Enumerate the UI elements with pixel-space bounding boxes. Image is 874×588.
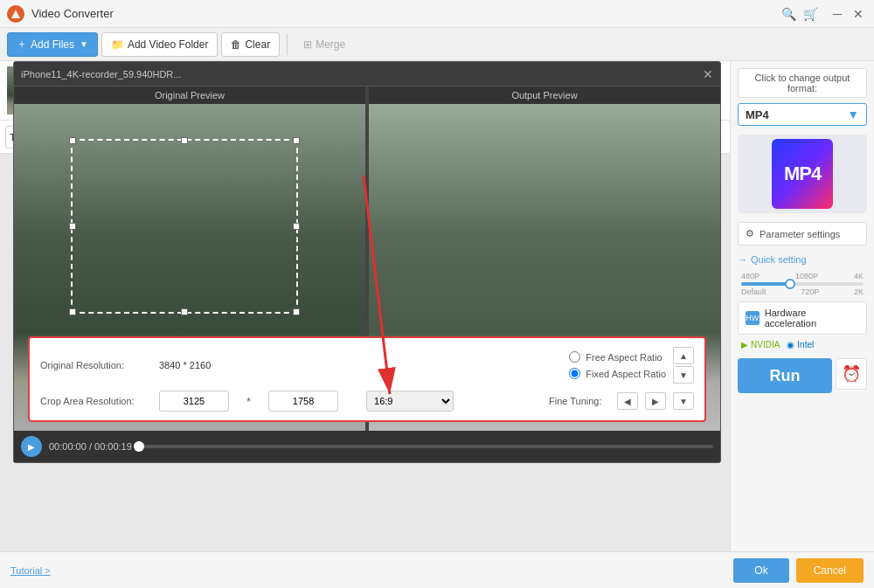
aspect-select-wrapper: 16:9 4:3 1:1 xyxy=(366,391,454,412)
quality-labels-top: 480P 1080P 4K xyxy=(741,272,864,280)
free-aspect-label: Free Aspect Ratio xyxy=(586,352,662,363)
fine-tune-right-button[interactable]: ▶ xyxy=(645,392,666,410)
hw-acceleration-label: Hardware acceleration xyxy=(765,308,859,329)
crop-handle-br[interactable] xyxy=(293,308,300,315)
minimize-button[interactable]: ─ xyxy=(829,5,846,23)
merge-area: ⊞ Merge xyxy=(295,32,354,57)
output-preview-label: Output Preview xyxy=(369,86,720,104)
original-resolution-value: 3840 * 2160 xyxy=(159,360,211,370)
crop-width-input[interactable]: 3125 xyxy=(159,391,229,412)
tutorial-link[interactable]: Tutorial > xyxy=(10,565,51,576)
nvidia-label: NVIDIA xyxy=(751,340,780,349)
quality-480p: 480P xyxy=(741,272,760,280)
fixed-aspect-label: Fixed Aspect Ratio xyxy=(586,369,666,379)
output-format-click-label[interactable]: Click to change output format: xyxy=(738,68,867,98)
original-preview-label: Original Preview xyxy=(14,86,365,104)
crop-handle-bl[interactable] xyxy=(69,308,76,315)
fixed-aspect-radio[interactable] xyxy=(569,368,580,379)
editor-window: iPhone11_4K-recorder_59.940HDR... ✕ Orig… xyxy=(13,61,721,463)
format-name: MP4 xyxy=(746,108,769,121)
folder-icon: 📁 xyxy=(111,38,124,51)
time-total: 00:00:19 xyxy=(94,441,132,452)
merge-label: Merge xyxy=(316,38,345,51)
quality-fill xyxy=(741,282,790,286)
editor-title: iPhone11_4K-recorder_59.940HDR... xyxy=(21,69,703,80)
search-icon[interactable]: 🔍 xyxy=(781,7,796,21)
quick-setting-text: Quick setting xyxy=(751,254,807,265)
run-alarm-button[interactable]: ⏰ xyxy=(836,358,867,390)
crop-resolution-row: Original Resolution: 3840 * 2160 Free As… xyxy=(40,347,694,384)
fine-tune-left-button[interactable]: ◀ xyxy=(617,392,638,410)
quality-1080p: 1080P xyxy=(795,272,818,280)
bottom-bar: Tutorial > Ok Cancel xyxy=(0,551,730,588)
editor-close-button[interactable]: ✕ xyxy=(703,67,713,81)
gpu-labels: ▶ NVIDIA ◉ Intel xyxy=(738,340,867,349)
format-selector[interactable]: MP4 ▼ xyxy=(738,103,867,126)
fine-tuning-label: Fine Tuning: xyxy=(549,396,610,406)
title-bar-icons: 🔍 🛒 xyxy=(781,7,818,21)
app-title: Video Converter xyxy=(31,7,781,20)
resolution-down-button[interactable]: ▼ xyxy=(673,366,694,384)
hardware-acceleration-button[interactable]: HW Hardware acceleration xyxy=(738,301,867,335)
crop-area-label: Crop Area Resolution: xyxy=(40,396,145,406)
quality-4k: 4K xyxy=(854,272,864,280)
main-area: Source: iPhone11_4K-recorder_59.940HDR10… xyxy=(0,61,874,588)
clear-button[interactable]: 🗑 Clear xyxy=(221,32,280,57)
crop-height-input[interactable]: 1758 xyxy=(268,391,338,412)
editor-titlebar: iPhone11_4K-recorder_59.940HDR... ✕ xyxy=(14,62,720,86)
quality-slider[interactable] xyxy=(741,282,864,286)
crop-separator: * xyxy=(246,395,251,408)
crop-handle-tm[interactable] xyxy=(181,137,188,144)
time-display: 00:00:00 / 00:00:19 xyxy=(49,441,132,452)
add-files-label: Add Files xyxy=(31,38,74,51)
free-aspect-radio[interactable] xyxy=(569,351,580,363)
svg-marker-0 xyxy=(11,10,20,18)
crop-handle-tl[interactable] xyxy=(69,137,76,144)
trash-icon: 🗑 xyxy=(231,38,241,51)
add-video-folder-button[interactable]: 📁 Add Video Folder xyxy=(101,32,218,57)
format-preview: MP4 xyxy=(738,135,867,213)
mp4-icon: MP4 xyxy=(772,139,833,209)
cart-icon[interactable]: 🛒 xyxy=(803,7,818,21)
mp4-text: MP4 xyxy=(784,163,821,185)
add-files-button[interactable]: ＋ Add Files ▼ xyxy=(7,32,98,57)
crop-area-row: Crop Area Resolution: 3125 * 1758 16:9 4… xyxy=(40,391,694,412)
app-icon xyxy=(7,5,24,23)
aspect-ratio-group: Free Aspect Ratio Fixed Aspect Ratio xyxy=(569,351,666,379)
settings-icon: ⚙ xyxy=(746,228,754,239)
clear-label: Clear xyxy=(245,38,270,51)
fixed-aspect-radio-item: Fixed Aspect Ratio xyxy=(569,368,666,379)
add-video-folder-label: Add Video Folder xyxy=(128,38,209,51)
right-panel: Click to change output format: MP4 ▼ MP4… xyxy=(730,61,874,588)
fine-tune-down-button[interactable]: ▼ xyxy=(673,392,694,410)
play-button[interactable]: ▶ xyxy=(21,436,42,457)
up-down-btns: ▲ ▼ xyxy=(673,347,694,384)
crop-handle-bm[interactable] xyxy=(181,308,188,315)
progress-bar[interactable] xyxy=(139,445,713,448)
fine-tuning-area: Fine Tuning: ◀ ▶ ▼ xyxy=(549,392,694,410)
progress-thumb[interactable] xyxy=(134,441,144,452)
merge-icon: ⊞ xyxy=(303,38,312,51)
run-button[interactable]: Run xyxy=(738,358,832,393)
intel-label-item: ◉ Intel xyxy=(787,340,814,349)
free-aspect-radio-item: Free Aspect Ratio xyxy=(569,351,666,363)
crop-handle-tr[interactable] xyxy=(293,137,300,144)
hw-icon: HW xyxy=(746,311,760,325)
aspect-ratio-select[interactable]: 16:9 4:3 1:1 xyxy=(366,391,454,412)
quality-thumb[interactable] xyxy=(785,279,795,289)
main-toolbar: ＋ Add Files ▼ 📁 Add Video Folder 🗑 Clear… xyxy=(0,28,874,61)
crop-handle-mr[interactable] xyxy=(293,223,300,230)
crop-settings-panel: Original Resolution: 3840 * 2160 Free As… xyxy=(28,336,706,422)
quick-arrow-icon: → xyxy=(738,254,747,265)
crop-handle-ml[interactable] xyxy=(69,223,76,230)
close-button[interactable]: ✕ xyxy=(850,5,867,23)
format-dropdown-icon[interactable]: ▼ xyxy=(847,107,859,121)
playback-bar: ▶ 00:00:00 / 00:00:19 xyxy=(14,431,720,462)
crop-selection-box[interactable] xyxy=(71,139,298,314)
quality-720p: 720P xyxy=(801,287,819,296)
quality-default: Default xyxy=(741,287,766,296)
resolution-up-button[interactable]: ▲ xyxy=(673,347,694,364)
intel-label: Intel xyxy=(797,340,814,349)
parameter-settings-button[interactable]: ⚙ Parameter settings xyxy=(738,222,867,246)
quick-setting-label: → Quick setting xyxy=(738,251,867,266)
